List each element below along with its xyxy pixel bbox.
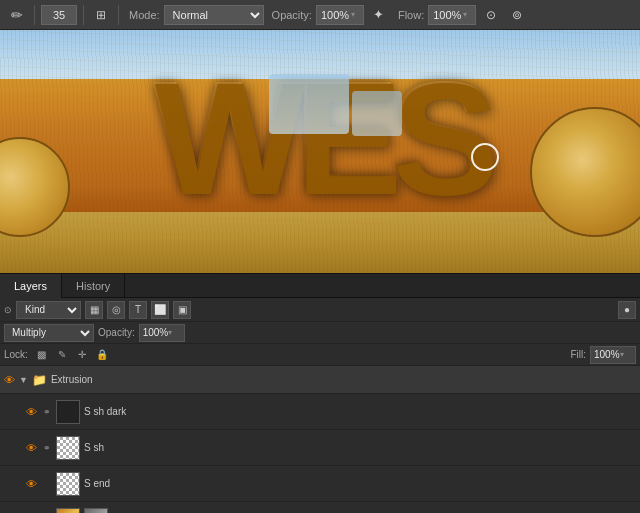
layer-name-s-sh: S sh <box>84 442 636 453</box>
canvas-area[interactable]: WES <box>0 30 640 273</box>
brush-preset-icon[interactable]: ⊞ <box>90 4 112 26</box>
opacity-row-value[interactable]: 100% ▾ <box>139 324 185 342</box>
layers-list[interactable]: 👁 ▼ 📁 Extrusion 👁 ⚭ S sh dark 👁 ⚭ <box>0 366 640 513</box>
lock-row: Lock: ▩ ✎ ✛ 🔒 Fill: 100% ▾ <box>0 344 640 366</box>
layer-eye-s-sh[interactable]: 👁 <box>24 441 38 455</box>
lock-position-btn[interactable]: ✛ <box>74 347 90 363</box>
lock-pixels-btn[interactable]: ▩ <box>34 347 50 363</box>
layer-row-sun-blast[interactable]: 👁 ⚭ Sun blast <box>0 502 640 513</box>
fill-label: Fill: <box>570 349 586 360</box>
lock-image-btn[interactable]: ✎ <box>54 347 70 363</box>
layer-link-s-sh-dark[interactable]: ⚭ <box>42 407 52 417</box>
filter-type-btn[interactable]: T <box>129 301 147 319</box>
filter-kind-select[interactable]: Kind Name Effect <box>16 301 81 319</box>
opacity-label: Opacity: <box>272 9 312 21</box>
flow-value[interactable]: 100% ▾ <box>428 5 476 25</box>
brush-size-value[interactable]: 35 <box>41 5 77 25</box>
layer-mask-sun-blast <box>84 508 108 514</box>
filter-icon: ⊙ <box>4 305 12 315</box>
layer-eye-s-sh-dark[interactable]: 👁 <box>24 405 38 419</box>
tab-history[interactable]: History <box>62 274 125 298</box>
layer-thumb-s-end <box>56 472 80 496</box>
layer-row-s-end[interactable]: 👁 S end <box>0 466 640 502</box>
group-name-extrusion: Extrusion <box>51 374 636 385</box>
sky-hole-2 <box>352 91 402 136</box>
layer-eye-s-end[interactable]: 👁 <box>24 477 38 491</box>
layer-thumb-sun-blast <box>56 508 80 514</box>
group-folder-icon: 📁 <box>32 373 47 387</box>
filter-row: ⊙ Kind Name Effect ▦ ◎ T ⬜ ▣ ● <box>0 298 640 322</box>
panel-tabs: Layers History <box>0 274 640 298</box>
filter-adjustment-btn[interactable]: ◎ <box>107 301 125 319</box>
fill-value[interactable]: 100% ▾ <box>590 346 636 364</box>
flow-label: Flow: <box>398 9 424 21</box>
filter-pixel-btn[interactable]: ▦ <box>85 301 103 319</box>
sky-hole-1 <box>269 74 349 134</box>
opacity-value[interactable]: 100% ▾ <box>316 5 364 25</box>
hay-text: WES <box>153 45 487 229</box>
layer-name-s-end: S end <box>84 478 636 489</box>
blend-mode-select[interactable]: Multiply Normal Screen Overlay <box>4 324 94 342</box>
blend-row: Multiply Normal Screen Overlay Opacity: … <box>0 322 640 344</box>
mode-select[interactable]: Normal Multiply Screen <box>164 5 264 25</box>
layers-panel: ⊙ Kind Name Effect ▦ ◎ T ⬜ ▣ ● Multiply … <box>0 298 640 513</box>
lock-all-btn[interactable]: 🔒 <box>94 347 110 363</box>
brush-tool-icon[interactable]: ✏ <box>6 4 28 26</box>
lock-row-label: Lock: <box>4 349 28 360</box>
main-area: WES Layers History <box>0 30 640 513</box>
filter-smartobj-btn[interactable]: ▣ <box>173 301 191 319</box>
divider-1 <box>34 5 35 25</box>
canvas-image: WES <box>0 30 640 273</box>
tab-layers[interactable]: Layers <box>0 274 62 298</box>
layer-row-s-sh[interactable]: 👁 ⚭ S sh <box>0 430 640 466</box>
layer-row-s-sh-dark[interactable]: 👁 ⚭ S sh dark <box>0 394 640 430</box>
layer-group-extrusion[interactable]: 👁 ▼ 📁 Extrusion <box>0 366 640 394</box>
layer-name-s-sh-dark: S sh dark <box>84 406 636 417</box>
filter-toggle-btn[interactable]: ● <box>618 301 636 319</box>
divider-2 <box>83 5 84 25</box>
mode-label: Mode: <box>129 9 160 21</box>
opacity-row-label: Opacity: <box>98 327 135 338</box>
layer-thumb-s-sh <box>56 436 80 460</box>
bottom-panel: Layers History ⊙ Kind Name Effect ▦ ◎ T … <box>0 273 640 513</box>
group-eye-extrusion[interactable]: 👁 <box>4 374 15 386</box>
smoothing-icon[interactable]: ⊙ <box>480 4 502 26</box>
toolbar: ✏ 35 ⊞ Mode: Normal Multiply Screen Opac… <box>0 0 640 30</box>
extra-icon[interactable]: ⊚ <box>506 4 528 26</box>
group-expand-arrow[interactable]: ▼ <box>19 375 28 385</box>
filter-shape-btn[interactable]: ⬜ <box>151 301 169 319</box>
layer-link-s-sh[interactable]: ⚭ <box>42 443 52 453</box>
airbrush-icon[interactable]: ✦ <box>368 4 390 26</box>
layer-thumb-s-sh-dark <box>56 400 80 424</box>
divider-3 <box>118 5 119 25</box>
